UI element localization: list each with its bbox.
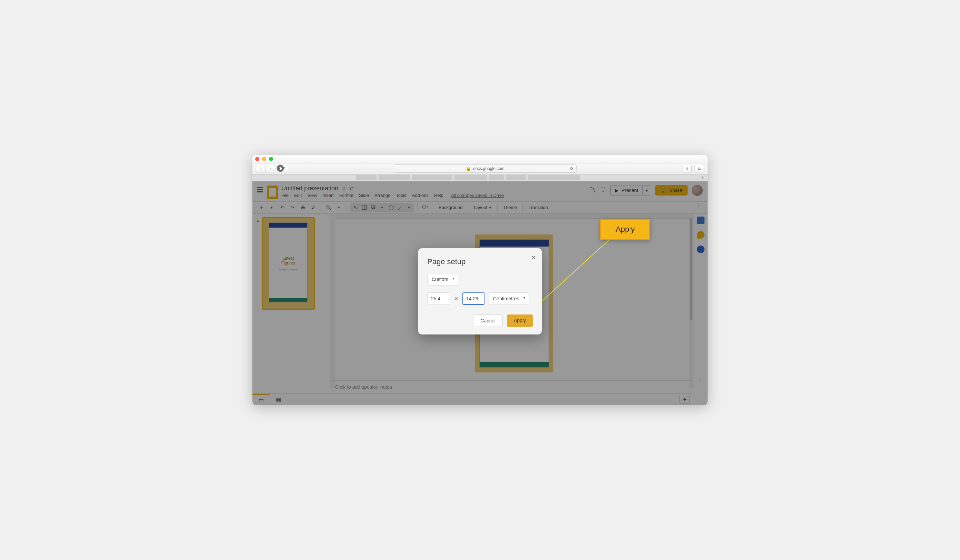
menu-slide[interactable]: Slide [359, 193, 369, 198]
line-tool[interactable]: ／ [396, 203, 404, 212]
slide-thumbnail-panel: 1 LatestFigures Running Fox Productions [253, 214, 330, 389]
new-tab-button[interactable]: + [701, 175, 704, 180]
share-button[interactable]: 🔒 Share [655, 185, 688, 195]
paintformat-button[interactable]: 🖌 [309, 203, 317, 212]
menu-arrange[interactable]: Arrange [374, 193, 390, 198]
reload-icon[interactable]: ⟳ [570, 166, 573, 171]
menu-help[interactable]: Help [434, 193, 443, 198]
tabs-overview-button[interactable]: ⧉ [694, 165, 704, 173]
nav-back-button[interactable]: ‹ [256, 165, 266, 173]
activity-icon[interactable]: 〽 [590, 187, 596, 194]
safari-toolbar: ‹ › ☰ ◑ 🔒 docs.google.com ⟳ ⇪ ⧉ [253, 163, 707, 174]
present-button[interactable]: ▶ Present ▾ [610, 185, 651, 195]
slides-logo-icon[interactable] [267, 186, 278, 199]
share-lock-icon: 🔒 [661, 187, 667, 193]
apply-button[interactable]: Apply [507, 315, 533, 327]
calendar-icon[interactable] [697, 216, 704, 224]
mac-titlebar [253, 155, 707, 163]
menu-tools[interactable]: Tools [396, 193, 406, 198]
height-input[interactable]: 14.29 [462, 293, 485, 305]
cancel-button[interactable]: Cancel [473, 315, 503, 327]
image-tool[interactable]: 🖼 [369, 203, 377, 212]
textbox-tool[interactable]: 🅃 [360, 203, 368, 212]
menu-file[interactable]: File [282, 193, 289, 198]
star-icon[interactable]: ☆ [342, 185, 346, 191]
toolbar: ＋ ▼ ↶ ↷ 🖶 🖌 🔍 ▼ ↖ 🅃 🖼 ▼ ◯ ／ ▼ 🗨⁺ Backgro… [253, 202, 707, 214]
explore-button[interactable]: ✦ [679, 395, 690, 404]
shape-tool[interactable]: ◯ [387, 203, 395, 212]
callout-label: Apply [616, 225, 635, 234]
vertical-scrollbar[interactable] [689, 219, 693, 389]
browser-tabstrip: + [253, 174, 707, 181]
nav-forward-button[interactable]: › [266, 165, 275, 173]
dialog-close-icon[interactable]: ✕ [531, 254, 536, 261]
grid-view-icon[interactable]: ▦ [270, 394, 287, 405]
redo-button[interactable]: ↷ [288, 203, 296, 212]
present-menu-icon[interactable]: ▾ [642, 186, 651, 195]
units-select[interactable]: Centimetres [489, 293, 529, 305]
privacy-shield-icon[interactable]: ◑ [277, 165, 284, 172]
hide-sidepanel-icon[interactable]: › [700, 378, 701, 384]
menu-edit[interactable]: Edit [294, 193, 302, 198]
undo-button[interactable]: ↶ [278, 203, 286, 212]
menu-bar: File Edit View Insert Format Slide Arran… [282, 193, 504, 198]
menu-addons[interactable]: Add-ons [412, 193, 429, 198]
keep-icon[interactable] [697, 231, 704, 238]
filmstrip-view-icon[interactable]: ▭ [253, 394, 270, 405]
window-minimize-icon[interactable] [262, 157, 266, 161]
bottom-bar: ▭ ▦ ✦ [253, 394, 693, 405]
thumb-title: LatestFigures [269, 256, 307, 266]
transition-button[interactable]: Transition [526, 205, 550, 210]
speaker-notes[interactable]: Click to add speaker notes [330, 380, 693, 394]
slide-thumbnail[interactable]: LatestFigures Running Fox Productions [262, 217, 315, 310]
image-tool-menu-icon[interactable]: ▼ [378, 203, 386, 212]
account-avatar[interactable] [692, 185, 703, 196]
zoom-menu-icon[interactable]: ▼ [335, 203, 343, 212]
dialog-title: Page setup [427, 257, 533, 266]
menu-format[interactable]: Format [339, 193, 354, 198]
present-icon: ▶ [615, 187, 619, 193]
select-tool[interactable]: ↖ [351, 203, 359, 212]
thumb-subtitle: Running Fox Productions [269, 269, 307, 271]
vertical-ruler [330, 214, 335, 389]
comments-icon[interactable]: 🗨 [600, 187, 606, 194]
changes-saved-link[interactable]: All changes saved in Drive [451, 193, 504, 198]
doc-title[interactable]: Untitled presentation [282, 185, 338, 192]
annotation-callout: Apply [600, 219, 650, 240]
zoom-button[interactable]: 🔍 [325, 203, 333, 212]
new-slide-menu-icon[interactable]: ▼ [267, 203, 276, 212]
layout-button[interactable]: Layout ▼ [472, 205, 494, 210]
window-close-icon[interactable] [255, 157, 259, 161]
horizontal-ruler [335, 214, 693, 219]
background-button[interactable]: Background [437, 205, 464, 210]
dimension-x-icon: ✕ [454, 296, 458, 301]
doc-header: Untitled presentation ☆ 🗀 File Edit View… [253, 181, 707, 199]
aspect-select[interactable]: Custom [427, 273, 458, 285]
side-panel: › [693, 214, 707, 389]
present-label: Present [621, 187, 638, 193]
print-button[interactable]: 🖶 [299, 203, 307, 212]
google-apps-icon[interactable] [257, 187, 264, 193]
address-bar[interactable]: 🔒 docs.google.com ⟳ [394, 165, 576, 173]
collapse-toolbar-icon[interactable]: ˆ [694, 203, 703, 212]
lock-icon: 🔒 [466, 166, 471, 171]
thumb-number: 1 [256, 217, 259, 310]
new-slide-button[interactable]: ＋ [257, 203, 266, 212]
add-comment-button[interactable]: 🗨⁺ [421, 203, 429, 212]
address-url: docs.google.com [473, 166, 504, 171]
share-os-button[interactable]: ⇪ [682, 165, 692, 173]
line-tool-menu-icon[interactable]: ▼ [405, 203, 413, 212]
tasks-icon[interactable] [697, 245, 704, 253]
page-setup-dialog: Page setup ✕ Custom 25.4 ✕ 14.29 Centime… [418, 248, 542, 334]
menu-insert[interactable]: Insert [322, 193, 334, 198]
move-folder-icon[interactable]: 🗀 [350, 186, 355, 191]
theme-button[interactable]: Theme [501, 205, 519, 210]
menu-view[interactable]: View [307, 193, 317, 198]
width-input[interactable]: 25.4 [427, 293, 450, 305]
window-zoom-icon[interactable] [269, 157, 273, 161]
share-label: Share [669, 187, 682, 193]
